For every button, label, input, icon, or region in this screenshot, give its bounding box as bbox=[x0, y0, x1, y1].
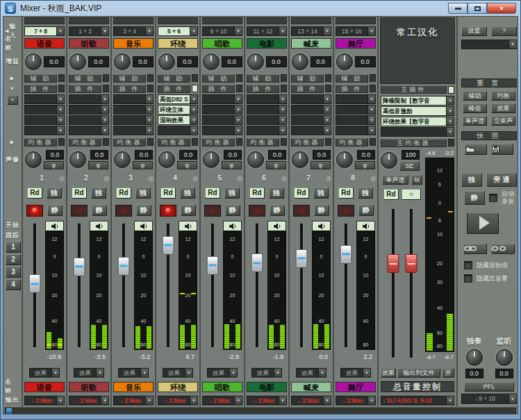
output-select[interactable]: →2:Mas▼ bbox=[202, 396, 242, 405]
snapshot-load-button[interactable] bbox=[465, 144, 487, 155]
solo-button[interactable]: 独 bbox=[313, 187, 329, 199]
aux-button[interactable]: 辅 助 bbox=[247, 74, 279, 83]
fx-select[interactable]: 效果▼ bbox=[74, 368, 104, 378]
channel-name-bottom[interactable]: 听歌 bbox=[69, 382, 109, 392]
plugin-slot-1[interactable]: ▼ bbox=[247, 94, 287, 104]
record-target-icon[interactable]: ◎ bbox=[59, 175, 65, 182]
input-select[interactable]: 13 + 14▼ bbox=[291, 26, 331, 36]
volume-fader[interactable] bbox=[340, 245, 352, 264]
plugin-button[interactable]: 插 件 bbox=[247, 85, 279, 93]
channel-name-bottom[interactable]: 语音 bbox=[24, 382, 65, 392]
speaker-button[interactable] bbox=[179, 221, 197, 231]
aux-button[interactable]: 辅 助 bbox=[336, 74, 368, 83]
volume-fader[interactable] bbox=[28, 274, 40, 293]
volume-fader[interactable] bbox=[162, 236, 174, 255]
master-fx-button[interactable]: 效果 bbox=[381, 368, 396, 378]
speaker-button[interactable] bbox=[267, 221, 286, 231]
panel-bypass-button[interactable]: 旁 通 bbox=[486, 173, 517, 187]
plugin-slot-4[interactable]: ▼ bbox=[113, 126, 154, 135]
plugin-indicator[interactable] bbox=[325, 85, 331, 92]
gain-knob[interactable] bbox=[336, 53, 353, 70]
monitor-knob[interactable] bbox=[496, 349, 513, 366]
rd-button[interactable]: Rd bbox=[338, 187, 354, 199]
master-fader-right[interactable] bbox=[405, 254, 417, 273]
fx-select[interactable]: 效果▼ bbox=[118, 368, 149, 378]
add-plugin-button[interactable]: + bbox=[7, 95, 18, 105]
record-target-icon[interactable]: ◎ bbox=[192, 175, 198, 182]
rd-button[interactable]: Rd bbox=[27, 187, 42, 199]
maximize-button[interactable] bbox=[468, 3, 487, 14]
phase-button[interactable]: φ bbox=[44, 161, 64, 169]
master-plugin-slot-1[interactable]: 降噪限制【数字音▼ bbox=[381, 96, 454, 106]
solo-button[interactable]: 独 bbox=[269, 187, 284, 199]
auto-record-checkbox[interactable] bbox=[489, 194, 497, 202]
output-to-file-button[interactable]: 输出到文件 bbox=[397, 368, 440, 378]
channel-name-bottom[interactable]: 音乐 bbox=[113, 382, 154, 392]
aux-indicator[interactable] bbox=[147, 74, 154, 82]
gain-knob[interactable] bbox=[292, 53, 308, 70]
plugin-slot-4[interactable]: ▼ bbox=[291, 126, 331, 135]
play-button[interactable] bbox=[467, 212, 499, 234]
pfl-button[interactable]: PFL bbox=[464, 382, 514, 392]
aux-indicator[interactable] bbox=[236, 74, 242, 82]
record-arm-button[interactable] bbox=[338, 205, 354, 217]
mute-button[interactable]: 静 bbox=[181, 205, 196, 216]
input-select[interactable]: 9 + 10▼ bbox=[202, 26, 242, 36]
aux-indicator[interactable] bbox=[281, 74, 287, 82]
speaker-button[interactable] bbox=[356, 221, 375, 231]
plugin-button[interactable]: 插 件 bbox=[158, 85, 190, 93]
fx-select[interactable]: 效果▼ bbox=[29, 368, 60, 378]
eq-indicator[interactable] bbox=[281, 138, 287, 146]
channel-name[interactable]: 语音 bbox=[24, 38, 65, 49]
output-select[interactable]: →2:Mas▼ bbox=[247, 396, 287, 405]
plugin-slot-3[interactable]: ▼ bbox=[291, 115, 331, 125]
input-select[interactable]: 3 + 4▼ bbox=[113, 26, 154, 36]
plugin-indicator[interactable] bbox=[58, 85, 65, 92]
record-target-icon[interactable]: ◎ bbox=[237, 175, 242, 182]
titlebar[interactable]: S Mixer - 秋雨_BAK.VIP × bbox=[1, 1, 520, 16]
plugin-button[interactable]: 插 件 bbox=[24, 85, 57, 93]
volume-fader[interactable] bbox=[295, 249, 307, 268]
plugin-button[interactable]: 插 件 bbox=[202, 85, 235, 93]
speaker-button[interactable] bbox=[45, 221, 64, 231]
aux-button[interactable]: 辅 助 bbox=[158, 74, 190, 83]
channel-name[interactable]: 音乐 bbox=[113, 38, 154, 49]
master-monitor-button[interactable]: ○ bbox=[402, 189, 421, 200]
plugin-indicator[interactable] bbox=[147, 85, 154, 92]
aux-button[interactable]: 辅 助 bbox=[69, 74, 101, 83]
plugin-button[interactable]: 插 件 bbox=[336, 85, 368, 93]
input-select[interactable]: 1 + 2▼ bbox=[69, 26, 109, 36]
channel-name-bottom[interactable]: 电影 bbox=[247, 382, 287, 392]
group-button-2[interactable]: 2 bbox=[6, 254, 21, 265]
input-select[interactable]: 7 + 8▼ bbox=[24, 26, 65, 36]
input-select[interactable]: 11 + 12▼ bbox=[247, 26, 287, 36]
plugin-slot-3[interactable]: ▼ bbox=[336, 115, 376, 125]
aux-button[interactable]: 辅 助 bbox=[24, 74, 57, 83]
record-arm-button[interactable] bbox=[71, 205, 88, 217]
record-arm-button[interactable] bbox=[26, 205, 43, 217]
group-button-4[interactable]: 4 bbox=[6, 279, 21, 290]
plugin-slot-4[interactable]: ▼ bbox=[202, 126, 242, 135]
input-select[interactable]: 5 + 6▼ bbox=[158, 26, 198, 36]
plugin-slot-3[interactable]: ▼ bbox=[69, 115, 109, 125]
aux-button[interactable]: 辅 助 bbox=[202, 74, 235, 83]
record-target-icon[interactable]: ◎ bbox=[104, 175, 109, 182]
plugin-slot-4[interactable]: ▼ bbox=[24, 126, 65, 135]
plugin-indicator[interactable] bbox=[103, 85, 109, 92]
output-select[interactable]: →2:Mas▼ bbox=[158, 396, 198, 405]
aux-indicator[interactable] bbox=[192, 74, 198, 82]
channel-name-bottom[interactable]: 环绕 bbox=[158, 382, 198, 392]
plugin-slot-3[interactable]: 混响效果▼ bbox=[158, 115, 198, 125]
gain-knob[interactable] bbox=[247, 53, 264, 70]
aux-indicator[interactable] bbox=[370, 74, 376, 82]
eq-button[interactable]: 均衡器 bbox=[113, 138, 146, 146]
master-eq-knob[interactable] bbox=[381, 152, 397, 169]
close-button[interactable]: × bbox=[487, 3, 516, 14]
eq-indicator[interactable] bbox=[58, 138, 65, 146]
output-select[interactable]: →2:Mas▼ bbox=[113, 396, 154, 405]
plugin-slot-2[interactable]: ▼ bbox=[202, 105, 242, 115]
master-fader-left[interactable] bbox=[388, 254, 399, 273]
channel-name[interactable]: 听歌 bbox=[69, 38, 109, 49]
pan-knob[interactable] bbox=[247, 151, 264, 168]
minimize-button[interactable] bbox=[448, 3, 468, 14]
